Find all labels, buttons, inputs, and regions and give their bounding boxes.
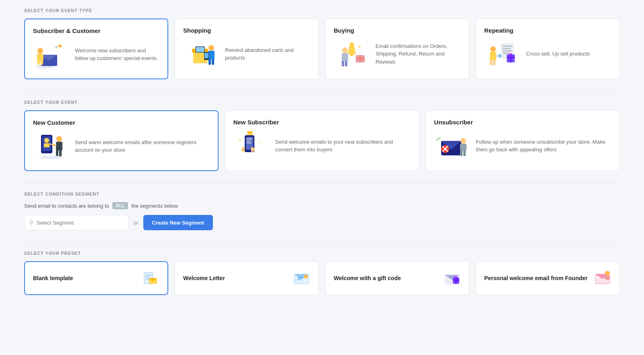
- segment-input-row: ⚲ or Create New Segment: [24, 215, 620, 230]
- preset-label: SELECT YOUR PRESET: [24, 251, 620, 256]
- svg-rect-12: [196, 47, 204, 52]
- svg-text:✦: ✦: [258, 141, 260, 144]
- search-icon: ⚲: [29, 219, 33, 226]
- card-shopping-desc: Remind abandoned carts and products: [225, 46, 310, 62]
- svg-rect-32: [503, 53, 509, 54]
- welcome-gift-icon: [443, 269, 461, 287]
- svg-rect-89: [605, 276, 610, 280]
- unsubscriber-icon: [434, 130, 470, 162]
- card-buying-body: ★ Email confirmations on Orders, Shippin…: [334, 38, 461, 70]
- segment-text-row: Send email to contacts are belong to ALL…: [24, 202, 620, 209]
- create-segment-button[interactable]: Create New Segment: [143, 215, 213, 230]
- shopping-icon: [183, 38, 219, 70]
- card-subscriber-customer[interactable]: Subscriber & Customer: [24, 19, 168, 79]
- preset-personal-welcome-title: Personal welcome email from Founder: [484, 275, 588, 281]
- svg-rect-84: [455, 277, 457, 284]
- preset-card-gift-code[interactable]: Welcome with a gift code: [325, 261, 469, 295]
- preset-section: SELECT YOUR PRESET Blank template: [24, 251, 620, 295]
- preset-cards-grid: Blank template Welcome Letter: [24, 261, 620, 295]
- card-unsubscriber-body: Follow up when someone unsubscribe your …: [434, 130, 611, 162]
- segment-input[interactable]: [37, 220, 124, 226]
- new-customer-icon: [33, 130, 69, 162]
- card-repeating-body: Cross-sell, Up sell products: [484, 38, 611, 70]
- event-type-label: SELECT YOUR EVENT TYPE: [24, 8, 620, 13]
- preset-gift-code-title: Welcome with a gift code: [334, 275, 401, 281]
- card-shopping[interactable]: Shopping: [175, 19, 319, 79]
- page-container: SELECT YOUR EVENT TYPE Subscriber & Cust…: [0, 0, 644, 355]
- event-label: SELECT YOUR EVENT: [24, 100, 620, 105]
- divider-2: [24, 183, 620, 184]
- buying-icon: ★: [334, 38, 370, 70]
- preset-card-personal-welcome[interactable]: Personal welcome email from Founder: [476, 261, 620, 295]
- card-repeating[interactable]: Repeating: [476, 19, 620, 79]
- divider-3: [24, 242, 620, 243]
- svg-point-20: [342, 47, 348, 53]
- svg-rect-31: [503, 50, 512, 52]
- card-buying-title: Buying: [334, 27, 461, 34]
- segment-input-wrapper: ⚲: [24, 215, 129, 230]
- event-type-cards-grid: Subscriber & Customer: [24, 19, 620, 79]
- event-type-section: SELECT YOUR EVENT TYPE Subscriber & Cust…: [24, 8, 620, 79]
- event-cards-grid: New Customer: [24, 110, 620, 171]
- svg-rect-23: [345, 61, 347, 66]
- card-new-subscriber[interactable]: New Subscriber: [225, 110, 419, 171]
- svg-text:✦: ✦: [238, 138, 242, 142]
- card-unsubscriber[interactable]: Unsubscriber: [425, 110, 620, 171]
- card-repeating-desc: Cross-sell, Up sell products: [526, 50, 590, 58]
- card-subscriber-customer-desc: Welcome new subscribers and follow up cu…: [75, 47, 159, 62]
- preset-card-welcome-letter[interactable]: Welcome Letter: [175, 261, 319, 295]
- svg-rect-51: [247, 138, 252, 139]
- svg-point-42: [44, 138, 49, 143]
- svg-rect-47: [59, 150, 62, 157]
- svg-rect-30: [503, 48, 511, 49]
- preset-welcome-letter-title: Welcome Letter: [183, 275, 225, 281]
- svg-rect-43: [44, 143, 50, 147]
- svg-rect-52: [247, 140, 251, 141]
- svg-rect-19: [351, 54, 353, 56]
- svg-rect-5: [37, 54, 43, 61]
- svg-rect-39: [493, 60, 495, 65]
- svg-rect-14: [208, 51, 215, 60]
- svg-rect-6: [37, 60, 40, 65]
- card-unsubscriber-desc: Follow up when someone unsubscribe your …: [476, 138, 611, 154]
- svg-rect-69: [146, 275, 151, 276]
- svg-rect-64: [460, 144, 466, 151]
- svg-point-8: [58, 44, 62, 47]
- card-new-customer[interactable]: New Customer: [24, 110, 219, 171]
- svg-point-44: [56, 136, 62, 142]
- new-subscriber-icon: ✦ ✦: [233, 130, 270, 162]
- all-badge[interactable]: ALL: [112, 202, 128, 209]
- svg-point-4: [37, 48, 43, 54]
- svg-rect-46: [56, 150, 58, 157]
- card-subscriber-customer-title: Subscriber & Customer: [33, 27, 159, 34]
- svg-text:★: ★: [358, 44, 361, 49]
- condition-section: SELECT CONDITION SEGMENT Send email to c…: [24, 192, 620, 230]
- card-repeating-title: Repeating: [484, 27, 611, 34]
- svg-rect-38: [490, 60, 492, 65]
- svg-point-79: [304, 275, 308, 279]
- svg-point-88: [605, 271, 610, 276]
- or-label: or: [134, 220, 138, 226]
- card-buying-desc: Email confirmations on Orders, Shipping,…: [376, 42, 461, 66]
- segment-text-after: the segments below: [131, 203, 178, 209]
- svg-rect-22: [342, 61, 344, 66]
- card-shopping-title: Shopping: [183, 27, 310, 34]
- svg-rect-78: [297, 279, 301, 280]
- preset-card-blank[interactable]: Blank template: [24, 261, 168, 295]
- svg-rect-35: [510, 54, 512, 62]
- svg-rect-77: [297, 277, 302, 278]
- welcome-letter-icon: [293, 269, 310, 287]
- divider-1: [24, 91, 620, 92]
- svg-rect-16: [204, 53, 208, 58]
- svg-rect-37: [490, 52, 496, 60]
- personal-welcome-icon: [594, 269, 611, 287]
- svg-point-48: [39, 156, 63, 159]
- svg-rect-65: [460, 151, 462, 156]
- card-buying[interactable]: Buying: [325, 19, 469, 79]
- condition-label: SELECT CONDITION SEGMENT: [24, 192, 620, 196]
- svg-rect-29: [503, 45, 512, 47]
- svg-point-36: [490, 46, 496, 52]
- card-new-subscriber-title: New Subscriber: [233, 119, 411, 126]
- card-shopping-body: Remind abandoned carts and products: [183, 38, 310, 70]
- svg-rect-21: [342, 53, 348, 61]
